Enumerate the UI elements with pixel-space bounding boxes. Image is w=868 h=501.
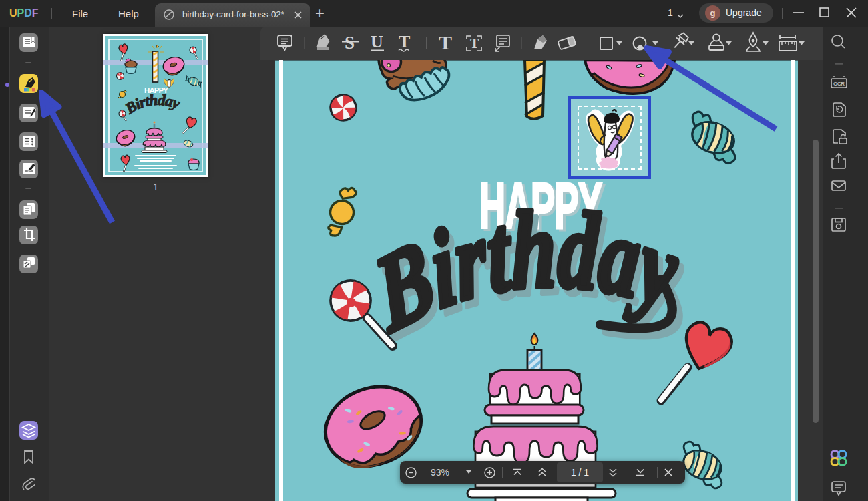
svg-text:T: T xyxy=(399,32,410,51)
svg-text:T: T xyxy=(439,31,452,53)
svg-text:T: T xyxy=(470,36,479,51)
svg-text:OCR: OCR xyxy=(833,81,845,87)
svg-text:S: S xyxy=(345,33,355,53)
svg-text:U: U xyxy=(371,32,383,51)
